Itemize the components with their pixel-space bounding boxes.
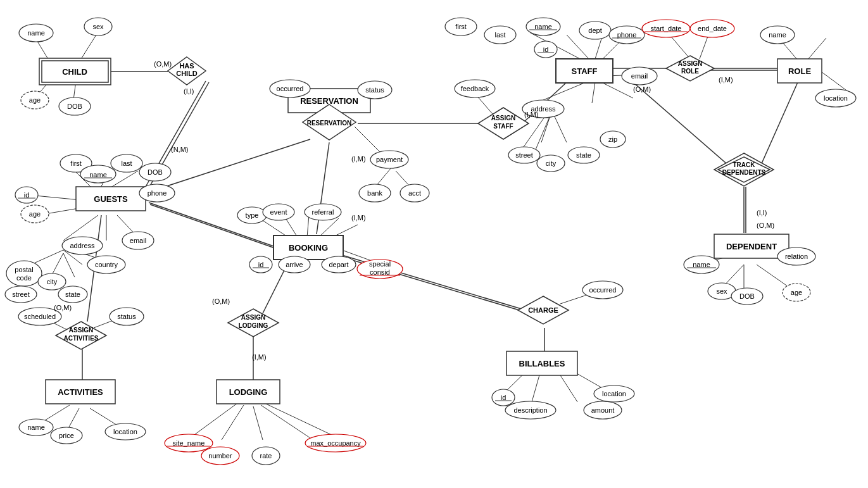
assign-role-label2: ROLE xyxy=(681,68,699,75)
ar-end-date-attr: end_date xyxy=(698,25,727,32)
guests-entity-label: GUESTS xyxy=(94,194,128,204)
res-occurred-attr: occurred xyxy=(277,85,304,92)
svg-line-84 xyxy=(396,171,410,187)
svg-line-51 xyxy=(554,115,567,142)
aa-scheduled-attr: scheduled xyxy=(24,313,56,320)
svg-line-47 xyxy=(592,82,595,103)
svg-line-70 xyxy=(222,405,244,440)
guests-address-attr: address xyxy=(70,242,95,249)
card-om-2: (O,M) xyxy=(633,85,651,93)
guests-state-attr: state xyxy=(65,291,80,298)
card-im-2: (I,M) xyxy=(351,214,366,222)
card-im-1: (I,M) xyxy=(351,155,366,163)
guests-postal-code-attr: postal xyxy=(15,266,33,273)
booking-special-consid-attr: special xyxy=(369,260,391,268)
booking-depart-attr: depart xyxy=(329,261,348,268)
dep-name-attr: name xyxy=(693,261,710,268)
svg-point-126 xyxy=(6,261,42,286)
dep-dob-attr: DOB xyxy=(739,292,755,300)
card-ii-2: (I,I) xyxy=(757,209,767,216)
staff-state-attr: state xyxy=(576,151,591,159)
card-om-5: (O,M) xyxy=(54,304,72,311)
booking-event-attr: event xyxy=(270,208,287,216)
assign-lodge-label2: LODGING xyxy=(239,322,268,329)
staff-city-attr: city xyxy=(546,160,557,167)
svg-line-19 xyxy=(336,253,525,310)
role-location-attr: location xyxy=(824,94,848,102)
assign-lodge-label: ASSIGN xyxy=(241,314,265,321)
svg-line-83 xyxy=(375,168,391,187)
res-status-attr: status xyxy=(365,86,384,94)
res-acct-attr: acct xyxy=(408,189,421,197)
card-om-3: (O,M) xyxy=(757,222,774,229)
assign-role-label: ASSIGN xyxy=(678,60,702,67)
staff-phone-attr: phone xyxy=(617,31,637,39)
track-dep-label: TRACK xyxy=(733,161,756,168)
act-name-attr: name xyxy=(27,423,45,431)
track-dep-label2: DEPENDENTS xyxy=(722,169,766,176)
charge-rel-label: CHARGE xyxy=(528,306,558,314)
svg-line-50 xyxy=(541,114,551,142)
card-om-4: (O,M) xyxy=(212,297,230,305)
child-age-attr: age xyxy=(29,96,41,104)
bill-location-attr: location xyxy=(602,390,626,397)
bill-desc-attr: description xyxy=(513,406,547,414)
booking-id-attr: id xyxy=(258,261,264,268)
role-name-attr: name xyxy=(769,31,786,39)
dep-age-attr: age xyxy=(791,289,802,296)
charge-occurred-attr: occurred xyxy=(589,286,617,294)
staff-zip-attr: zip xyxy=(608,135,617,143)
assign-staff-label: ASSIGN xyxy=(491,115,515,122)
bill-id-attr: id xyxy=(501,394,506,401)
dep-sex-attr: sex xyxy=(716,287,727,295)
bill-amount-attr: amount xyxy=(591,406,615,414)
assign-act-label2: ACTIVITIES xyxy=(63,335,98,342)
child-name-attr: name xyxy=(27,29,45,37)
staff-id-attr: id xyxy=(543,46,549,53)
booking-referral-attr: referral xyxy=(312,208,334,216)
svg-line-71 xyxy=(253,406,263,440)
res-payment-attr: payment xyxy=(376,156,403,163)
staff-email-attr: email xyxy=(631,72,648,80)
svg-line-76 xyxy=(307,215,309,237)
guests-dob-attr: DOB xyxy=(148,168,163,176)
dependent-entity-label: DEPENDENT xyxy=(726,242,777,251)
guests-first-attr: first xyxy=(70,160,82,167)
card-nm-1: (N,M) xyxy=(171,146,189,153)
lodge-number-attr: number xyxy=(208,452,232,460)
svg-line-55 xyxy=(807,38,826,60)
svg-line-43 xyxy=(567,35,589,59)
lodge-rate-attr: rate xyxy=(260,452,272,460)
guests-name-attr: name xyxy=(89,171,107,178)
staff-last-attr: last xyxy=(494,31,505,39)
svg-line-16 xyxy=(760,82,798,168)
ar-start-date-attr: start_date xyxy=(651,25,682,32)
svg-line-39 xyxy=(63,253,75,277)
svg-line-90 xyxy=(476,95,493,114)
svg-line-62 xyxy=(757,265,790,288)
assign-act-label: ASSIGN xyxy=(69,327,93,334)
has-child-rel-label: HAS xyxy=(179,62,194,70)
guests-street-attr: street xyxy=(12,291,30,298)
act-price-attr: price xyxy=(59,432,74,439)
act-location-attr: location xyxy=(113,428,137,435)
assign-staff-label2: STAFF xyxy=(493,123,513,130)
guests-id-attr: id xyxy=(24,191,30,199)
staff-name-attr: name xyxy=(534,23,552,30)
child-entity-label: CHILD xyxy=(62,67,87,77)
reservation-rel-label: RESERVATION xyxy=(307,120,352,127)
svg-line-48 xyxy=(601,82,633,98)
booking-entity-label: BOOKING xyxy=(289,243,328,253)
staff-feedback-attr: feedback xyxy=(461,85,489,92)
staff-entity-label: STAFF xyxy=(572,66,598,76)
staff-street-attr: street xyxy=(515,151,533,159)
guests-last-attr: last xyxy=(121,160,132,167)
child-dob-attr: DOB xyxy=(67,103,82,110)
aa-status-attr: status xyxy=(117,313,136,320)
card-ii-1: (I,I) xyxy=(184,87,194,95)
guests-age-attr: age xyxy=(29,210,41,218)
booking-type-attr: type xyxy=(246,211,259,219)
booking-arrive-attr: arrive xyxy=(286,261,303,268)
billables-entity-label: BILLABLES xyxy=(519,359,565,368)
child-sex-attr: sex xyxy=(92,23,104,30)
